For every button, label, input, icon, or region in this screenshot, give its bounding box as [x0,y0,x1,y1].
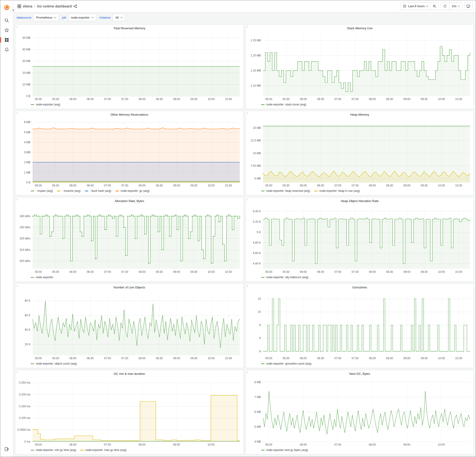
legend-series-label: node-exporter: goroutine count (avg) [266,362,312,365]
legend-item[interactable]: node-exporter: min gc time (avg) [31,449,76,452]
panel-chart[interactable]: 5 MB7.50 MB10 MB12.5 MB15 MB05:0005:3006… [246,118,474,188]
instance-label[interactable]: instance [99,16,110,19]
legend-item[interactable]: node-exporter: stack inuse (avg) [261,103,306,106]
tv-mode-button[interactable] [464,3,473,10]
panel-header[interactable]: GC min & max duration [15,370,243,377]
legend-item[interactable]: : buck hash (avg) [85,189,111,192]
zoom-out-button[interactable] [430,3,439,10]
panel-chart[interactable]: 899101005:0005:3006:0006:3007:0007:3008:… [246,291,474,361]
panel-info-icon[interactable]: i [17,198,17,201]
panel-title[interactable]: Allocation Rate, Bytes [115,199,144,203]
panel-header[interactable]: Other Memory Reservations [15,111,243,118]
panel-title[interactable]: GC min & max duration [114,372,145,375]
legend-item[interactable]: node-exporter: heap in use (avg) [314,189,360,192]
job-dropdown[interactable]: node-exporter [68,14,96,21]
series-point [45,215,46,216]
x-axis-tick-label: 05:00 [35,357,42,360]
legend-item[interactable]: node-exporter: goroutine count (avg) [261,362,312,365]
alerting-bell-icon[interactable] [2,45,12,55]
legend-item[interactable]: node-exporter next gc bytes (avg) [261,449,308,452]
panel-header[interactable]: Allocation Rate, Bytes [15,197,243,204]
panel-header[interactable]: Goroutines [246,284,474,291]
chart-canvas[interactable]: 4 MB5 MB6 MB7 MB8 MB05:0006:0007:0008:00… [246,377,474,447]
x-axis-tick-label: 10:30 [455,357,462,360]
datasource-dropdown[interactable]: Prometheus [33,14,59,21]
panel-info-icon[interactable]: i [247,371,248,374]
search-icon[interactable] [2,16,12,25]
panel-title[interactable]: Total Reserved Memory [113,26,145,30]
chart-canvas[interactable]: 0 B1 MB2 MB3 MB4 MB5 MB6 MB05:0005:3006:… [15,118,243,188]
panel-chart[interactable]: 0 B1 MB2 MB3 MB4 MB5 MB6 MB05:0005:3006:… [15,118,243,188]
legend-item[interactable]: node-exporter [31,276,53,279]
panel-info-icon[interactable]: i [247,111,248,115]
panel-chart[interactable]: 1.10 MB1.15 MB1.20 MB1.25 MB05:0005:3006… [246,32,474,102]
x-axis-tick-label: 07:00 [104,357,111,360]
sidebar-collapse-button[interactable] [11,8,16,13]
breadcrumb-folder-link[interactable]: eliona [23,4,32,8]
legend-series-swatch [314,191,318,191]
panel-title[interactable]: Next GC, Bytes [349,372,370,375]
legend-item[interactable]: node-exporter: obj mallocs/s (avg) [261,276,308,279]
refresh-button[interactable] [441,3,449,10]
x-axis-tick-label: 05:00 [265,98,272,101]
panel-header[interactable]: Number of Live Objects [15,284,243,291]
legend-item[interactable]: : mspan (avg) [31,189,53,192]
panel-chart[interactable]: 20 K40 K60 K80 K05:0005:3006:0006:3007:0… [15,291,243,361]
y-axis-tick-label: 9 [259,324,261,327]
chart-canvas[interactable]: 20 K40 K60 K80 K05:0005:3006:0006:3007:0… [15,291,243,361]
panel-info-icon[interactable]: i [247,198,248,201]
chart-canvas[interactable]: 899101005:0005:3006:0006:3007:0007:3008:… [246,291,474,361]
sign-out-icon[interactable] [2,444,12,454]
datasource-label[interactable]: datasource [17,16,31,19]
panel-title[interactable]: Stack Memory Use [347,26,373,30]
panel-info-icon[interactable]: i [17,111,17,115]
panel-info-icon[interactable]: i [247,25,248,29]
legend-item[interactable]: node-exporter: gc (avg) [115,189,150,192]
panel-chart[interactable]: 4.40 K4.60 K4.80 K5 K5.20 K5.40 K05:0005… [246,204,474,274]
legend-item[interactable]: node-exporter (avg) [31,103,60,106]
x-axis-tick-label: 09:00 [173,98,180,101]
panel-info-icon[interactable]: i [247,284,248,288]
legend-series-label: node-exporter (avg) [36,103,60,106]
panel-chart[interactable]: 0 B10 MB20 MB30 MB40 MB50 MB05:0005:3006… [15,32,243,102]
series-point [82,236,83,237]
starred-icon[interactable] [2,25,12,35]
panel-chart[interactable]: 0 ms0.0500 ms0.100 ms0.150 ms0.200 ms0.2… [15,377,243,447]
panel-info-icon[interactable]: i [17,284,17,288]
dashboards-icon[interactable] [2,35,12,45]
panel-info-icon[interactable]: i [17,371,17,374]
time-range-picker[interactable]: Last 6 hours [400,3,430,10]
chart-canvas[interactable]: 5 MB7.50 MB10 MB12.5 MB15 MB05:0005:3006… [246,118,474,188]
chart-canvas[interactable]: 300 kB/s310 kB/s320 kB/s330 kB/s340 kB/s… [15,204,243,274]
legend-item[interactable]: node-exporter: max gc time (avg) [80,449,126,452]
panel-title[interactable]: Goroutines [352,286,367,289]
dashboards-grid-icon[interactable] [17,4,21,8]
chart-canvas[interactable]: 1.10 MB1.15 MB1.20 MB1.25 MB05:0005:3006… [246,32,474,102]
x-axis-tick-label: 06:00 [69,270,76,274]
y-axis-tick-label: 10 MB [22,83,30,86]
chart-canvas[interactable]: 4.40 K4.60 K4.80 K5 K5.20 K5.40 K05:0005… [246,204,474,274]
instance-dropdown[interactable]: All [112,14,125,21]
job-label[interactable]: job [62,16,66,19]
panel-chart[interactable]: 4 MB5 MB6 MB7 MB8 MB05:0006:0007:0008:00… [246,377,474,447]
chart-canvas[interactable]: 0 ms0.0500 ms0.100 ms0.150 ms0.200 ms0.2… [15,377,243,447]
legend-item[interactable]: : mcache (avg) [57,189,80,192]
panel-title[interactable]: Number of Live Objects [114,286,145,289]
panel-title[interactable]: Heap Memory [350,113,369,116]
chart-canvas[interactable]: 0 B10 MB20 MB30 MB40 MB50 MB05:0005:3006… [15,32,243,102]
panel-chart[interactable]: 300 kB/s310 kB/s320 kB/s330 kB/s340 kB/s… [15,204,243,274]
panel-header[interactable]: Stack Memory Use [246,25,474,32]
panel-header[interactable]: Total Reserved Memory [15,25,243,32]
panel-header[interactable]: Next GC, Bytes [246,370,474,377]
panel-title[interactable]: Other Memory Reservations [110,113,148,116]
share-icon[interactable] [73,4,77,8]
grafana-logo-icon[interactable] [2,3,12,12]
legend-item[interactable]: node-exporter: heap reserved (avg) [261,189,310,192]
refresh-interval-picker[interactable]: 10s [449,3,462,10]
panel-title[interactable]: Heap Object Allocation Rate [341,199,379,203]
panel-header[interactable]: Heap Memory [246,111,474,118]
panel-info-icon[interactable]: i [17,25,17,29]
legend-item[interactable]: node-exporter: object count (avg) [31,362,77,365]
x-axis-tick-label: 07:00 [334,98,341,101]
panel-header[interactable]: Heap Object Allocation Rate [246,197,474,204]
